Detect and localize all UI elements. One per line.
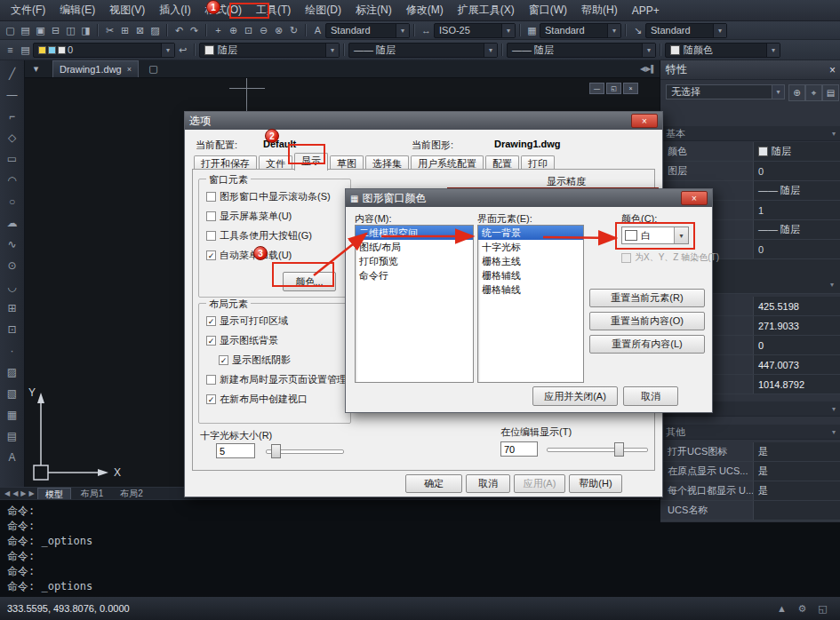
ellipse-arc-icon[interactable]: ◡	[3, 276, 22, 298]
list-item-2d-model-space[interactable]: 二维模型空间	[356, 226, 473, 240]
checkbox-icon[interactable]	[206, 192, 216, 202]
menu-item-window[interactable]: 窗口(W)	[522, 0, 574, 20]
paste-icon[interactable]: ⊠	[132, 23, 148, 38]
options-dialog-titlebar[interactable]: 选项 ×	[185, 112, 662, 130]
menu-item-file[interactable]: 文件(F)	[4, 0, 52, 20]
clean-screen-icon[interactable]: ◱	[813, 600, 832, 617]
prev-tab-icon[interactable]: ◀	[12, 489, 18, 497]
property-row-ucs-icon-on[interactable]: 打开UCS图标 是	[660, 442, 840, 462]
checkbox-create-viewport[interactable]: 在新布局中创建视口	[206, 393, 308, 406]
close-icon[interactable]: ×	[623, 83, 638, 94]
tab-model[interactable]: 模型	[37, 488, 71, 500]
zoom-realtime-icon[interactable]: ⊕	[226, 23, 241, 38]
open-icon[interactable]: ▤	[18, 23, 33, 38]
crosshair-size-slider[interactable]	[266, 443, 344, 458]
select-objects-icon[interactable]: ⌖	[805, 84, 822, 101]
mleader-style-combo[interactable]: Standard ▾	[645, 23, 727, 38]
tab-layout2[interactable]: 布局2	[113, 488, 150, 499]
list-item-crosshairs[interactable]: 十字光标	[478, 240, 583, 254]
menu-item-edit[interactable]: 编辑(E)	[52, 0, 102, 20]
context-listbox[interactable]: 二维模型空间 图纸/布局 打印预览 命令行	[355, 225, 474, 383]
hatch-icon[interactable]: ▨	[3, 362, 22, 383]
menu-item-dimension[interactable]: 标注(N)	[348, 0, 399, 20]
panel-splitter-icon[interactable]: ▌	[651, 65, 656, 73]
apply-close-button[interactable]: 应用并关闭(A)	[532, 386, 618, 406]
checkbox-icon[interactable]	[206, 231, 216, 241]
new-icon[interactable]: ▢	[3, 23, 18, 38]
list-item-plot-preview[interactable]: 打印预览	[356, 254, 473, 268]
circle-icon[interactable]: ○	[3, 191, 22, 212]
linetype-combo[interactable]: —— 随层 ▾	[348, 43, 498, 58]
selection-filter-combo[interactable]: 无选择 ▾	[666, 84, 785, 99]
help-button[interactable]: 帮助(H)	[569, 474, 622, 493]
plot-preview-icon[interactable]: ◫	[63, 23, 78, 38]
gradient-icon[interactable]: ▧	[3, 383, 22, 404]
menu-item-view[interactable]: 视图(V)	[102, 0, 152, 20]
restore-icon[interactable]: ◱	[606, 83, 621, 94]
slider-thumb[interactable]	[271, 444, 281, 458]
menu-item-express[interactable]: 扩展工具(X)	[451, 0, 522, 20]
menu-item-help[interactable]: 帮助(H)	[574, 0, 625, 20]
list-item-grid-axis[interactable]: 栅格轴线	[478, 282, 583, 297]
menu-item-insert[interactable]: 插入(I)	[152, 0, 197, 20]
checkbox-icon[interactable]	[206, 316, 216, 326]
polygon-icon[interactable]: ◇	[3, 127, 22, 148]
publish-icon[interactable]: ◨	[78, 23, 93, 38]
checkbox-paper-background[interactable]: 显示图纸背景	[206, 334, 278, 347]
copy-icon[interactable]: ⊞	[117, 23, 132, 38]
region-icon[interactable]: ▦	[3, 404, 22, 425]
ok-button[interactable]: 确定	[405, 474, 462, 493]
inplace-edit-input[interactable]	[500, 441, 538, 457]
colors-cancel-button[interactable]: 取消	[623, 386, 678, 406]
property-row-layer[interactable]: 图层 0	[660, 162, 840, 181]
crosshair-size-input[interactable]	[216, 443, 255, 458]
layer-combo[interactable]: 0 ▾	[33, 43, 175, 58]
property-row-ucs-at-origin[interactable]: 在原点显示 UCS... 是	[660, 462, 840, 481]
list-item-command-line[interactable]: 命令行	[356, 268, 473, 282]
point-icon[interactable]: ·	[3, 340, 22, 362]
cut-icon[interactable]: ✂	[102, 23, 117, 38]
checkbox-icon[interactable]	[206, 211, 216, 221]
layer-properties-icon[interactable]: ≡	[3, 43, 18, 58]
annotation-scale-icon[interactable]: ▲	[772, 600, 791, 617]
table-style-combo[interactable]: Standard ▾	[540, 23, 621, 38]
menu-item-modify[interactable]: 修改(M)	[399, 0, 451, 20]
close-icon[interactable]: ×	[829, 64, 836, 76]
revision-cloud-icon[interactable]: ☁	[3, 212, 22, 234]
lineweight-combo[interactable]: —— 随层 ▾	[507, 43, 656, 58]
menu-item-app[interactable]: APP+	[625, 2, 667, 20]
checkbox-printable-area[interactable]: 显示可打印区域	[206, 314, 288, 328]
undo-icon[interactable]: ↶	[172, 23, 187, 38]
layer-states-icon[interactable]: ▤	[18, 43, 33, 58]
plot-style-combo[interactable]: 随颜色 ▾	[665, 43, 780, 58]
checkbox-page-setup-manager[interactable]: 新建布局时显示页面设置管理器	[206, 373, 356, 386]
table-icon[interactable]: ▤	[3, 425, 22, 447]
color-combo[interactable]: 随层 ▾	[199, 43, 340, 58]
property-row-ucs-name[interactable]: UCS名称	[660, 501, 840, 521]
insert-block-icon[interactable]: ⊞	[3, 298, 22, 319]
checkbox-auto-menu-load[interactable]: 自动菜单加载(U)	[206, 249, 292, 262]
construction-line-icon[interactable]: —	[3, 84, 22, 106]
tab-menu-icon[interactable]: ▾	[28, 61, 44, 76]
line-icon[interactable]: ╱	[3, 63, 22, 84]
pickadd-toggle-icon[interactable]: ⊕	[788, 84, 805, 101]
close-icon[interactable]: ×	[681, 191, 708, 205]
layer-previous-icon[interactable]: ↩	[175, 43, 190, 58]
tab-layout1[interactable]: 布局1	[74, 488, 111, 499]
plot-icon[interactable]: ⊟	[48, 23, 63, 38]
checkbox-paper-shadow[interactable]: 显示图纸阴影	[219, 354, 291, 367]
slider-thumb[interactable]	[614, 442, 624, 457]
checkbox-icon[interactable]	[206, 250, 216, 260]
inplace-edit-slider[interactable]	[547, 441, 648, 457]
ellipse-icon[interactable]: ⊙	[3, 255, 22, 276]
property-row-ucs-per-viewport[interactable]: 每个视口都显示 U... 是	[660, 481, 840, 501]
last-tab-icon[interactable]: ▶	[28, 489, 34, 497]
list-item-sheet-layout[interactable]: 图纸/布局	[356, 240, 473, 254]
checkbox-large-buttons[interactable]: 工具条使用大按钮(G)	[206, 229, 312, 242]
section-misc[interactable]: 其他 ▾	[660, 425, 840, 440]
list-item-grid-major[interactable]: 栅格主线	[478, 254, 583, 268]
section-basic[interactable]: 基本 ▾	[660, 126, 840, 141]
restore-context-button[interactable]: 重置当前内容(O)	[589, 312, 705, 330]
checkbox-icon[interactable]	[206, 375, 216, 385]
checkbox-scrollbars[interactable]: 图形窗口中显示滚动条(S)	[206, 190, 331, 203]
